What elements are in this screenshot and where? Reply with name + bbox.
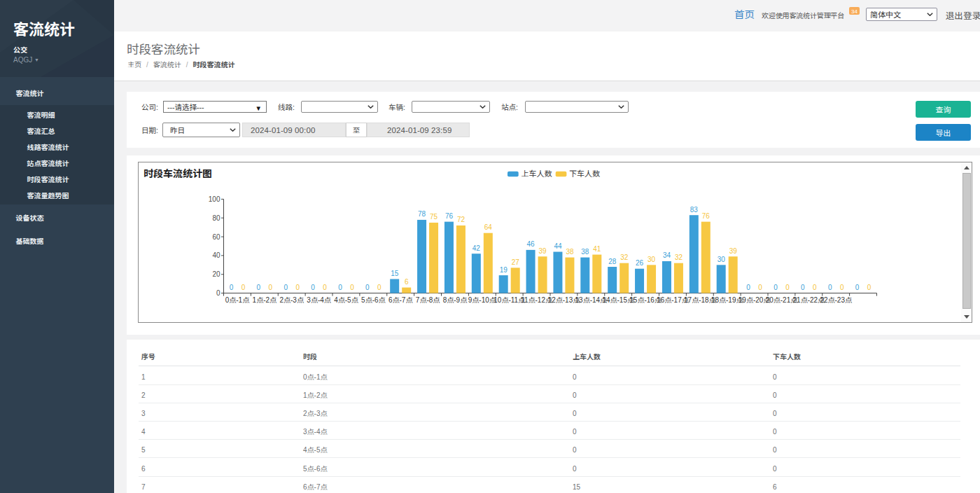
svg-text:30: 30 bbox=[718, 254, 726, 264]
svg-text:0: 0 bbox=[774, 282, 778, 292]
svg-text:28: 28 bbox=[608, 256, 617, 266]
svg-text:0: 0 bbox=[377, 282, 382, 292]
svg-text:32: 32 bbox=[675, 251, 683, 262]
svg-text:0: 0 bbox=[746, 282, 750, 292]
svg-text:8点-9点: 8点-9点 bbox=[443, 294, 467, 305]
svg-text:上车人数: 上车人数 bbox=[522, 167, 552, 179]
svg-text:32: 32 bbox=[620, 251, 629, 262]
svg-text:9点-10点: 9点-10点 bbox=[468, 294, 496, 305]
svg-text:0: 0 bbox=[323, 282, 327, 292]
svg-text:0: 0 bbox=[867, 282, 872, 292]
svg-text:100: 100 bbox=[209, 193, 220, 204]
svg-text:0点-1点: 0点-1点 bbox=[225, 294, 249, 305]
svg-text:0: 0 bbox=[828, 282, 832, 292]
svg-text:下车人数: 下车人数 bbox=[569, 167, 600, 179]
svg-text:83: 83 bbox=[690, 204, 699, 214]
svg-text:42: 42 bbox=[472, 242, 481, 253]
svg-text:0: 0 bbox=[284, 282, 288, 292]
svg-text:7点-8点: 7点-8点 bbox=[416, 294, 440, 305]
svg-text:64: 64 bbox=[484, 221, 493, 232]
svg-text:27: 27 bbox=[512, 256, 520, 267]
svg-text:2点-3点: 2点-3点 bbox=[279, 294, 303, 305]
svg-text:0: 0 bbox=[257, 282, 261, 292]
svg-text:19: 19 bbox=[500, 264, 508, 275]
svg-text:44: 44 bbox=[554, 240, 562, 251]
svg-text:34: 34 bbox=[663, 249, 671, 260]
svg-text:38: 38 bbox=[566, 246, 574, 256]
svg-text:0: 0 bbox=[840, 282, 844, 292]
svg-text:60: 60 bbox=[212, 231, 220, 242]
svg-text:0: 0 bbox=[758, 282, 762, 292]
svg-text:39: 39 bbox=[538, 245, 547, 256]
svg-text:30: 30 bbox=[648, 254, 656, 264]
svg-text:6: 6 bbox=[405, 276, 409, 286]
svg-text:5点-6点: 5点-6点 bbox=[361, 294, 385, 305]
svg-text:6点-7点: 6点-7点 bbox=[388, 294, 412, 305]
svg-text:0: 0 bbox=[785, 282, 790, 292]
svg-text:20: 20 bbox=[212, 268, 220, 279]
svg-text:0: 0 bbox=[801, 282, 805, 292]
svg-text:26: 26 bbox=[636, 257, 644, 268]
svg-text:0: 0 bbox=[311, 282, 315, 292]
svg-text:22点-23点: 22点-23点 bbox=[820, 294, 852, 305]
svg-text:15: 15 bbox=[391, 268, 399, 278]
svg-text:1点-2点: 1点-2点 bbox=[253, 294, 276, 305]
svg-text:72: 72 bbox=[457, 214, 465, 224]
svg-text:0: 0 bbox=[295, 282, 300, 292]
svg-text:0: 0 bbox=[350, 282, 354, 292]
svg-text:3点-4点: 3点-4点 bbox=[307, 294, 330, 305]
svg-text:80: 80 bbox=[212, 212, 220, 223]
svg-text:0: 0 bbox=[269, 282, 273, 292]
svg-text:46: 46 bbox=[526, 238, 535, 249]
svg-text:0: 0 bbox=[813, 282, 817, 292]
svg-text:78: 78 bbox=[418, 208, 426, 218]
svg-text:38: 38 bbox=[581, 246, 589, 256]
svg-text:76: 76 bbox=[702, 210, 710, 221]
svg-text:0: 0 bbox=[855, 282, 860, 292]
svg-text:40: 40 bbox=[212, 249, 220, 260]
svg-text:0: 0 bbox=[338, 282, 342, 292]
svg-text:75: 75 bbox=[430, 211, 438, 221]
svg-text:0: 0 bbox=[365, 282, 370, 292]
svg-text:76: 76 bbox=[445, 210, 454, 221]
svg-text:0: 0 bbox=[241, 282, 246, 292]
svg-text:41: 41 bbox=[593, 243, 601, 254]
svg-text:时段车流统计图: 时段车流统计图 bbox=[144, 166, 212, 180]
svg-text:39: 39 bbox=[729, 245, 738, 256]
svg-text:0: 0 bbox=[216, 287, 220, 298]
svg-text:0: 0 bbox=[230, 282, 234, 292]
svg-text:4点-5点: 4点-5点 bbox=[334, 294, 358, 305]
